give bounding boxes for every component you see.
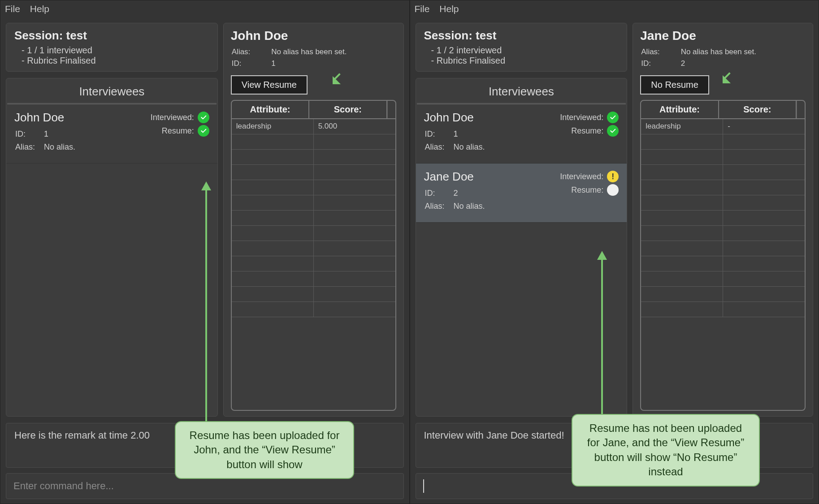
interviewees-panel: Interviewees John DoeID:1Alias:No alias.… [416,78,628,417]
annotation-callout: Resume has not been uploaded for Jane, a… [572,414,760,487]
table-row [232,150,395,165]
attr-header: Attribute: [641,101,719,118]
session-card: Session: test - 1 / 2 interviewed - Rubr… [416,23,628,72]
table-row: leadership- [641,119,805,134]
detail-meta: Alias:No alias has been set. ID:2 [640,46,806,70]
table-row [641,195,805,211]
session-card: Session: test - 1 / 1 interviewed - Rubr… [6,23,218,72]
interviewees-panel: Interviewees John DoeID:1Alias:No alias.… [6,78,218,417]
session-line: - Rubrics Finalised [424,56,619,66]
check-icon [198,125,209,137]
detail-panel: John Doe Alias:No alias has been set. ID… [223,23,404,417]
annotation-arrow-head-icon [597,251,607,260]
no-resume-button[interactable]: No Resume [640,75,709,95]
annotation-arrow-line [205,190,207,427]
interviewees-header: Interviewees [7,83,217,104]
table-row [232,165,395,180]
svg-rect-3 [724,72,731,79]
table-row [641,241,805,256]
score-cell: 5.000 [314,119,395,134]
score-header: Score: [719,101,797,118]
interviewee-meta: ID:2Alias:No alias. [424,186,494,213]
table-row [232,195,395,211]
menubar: File Help [0,0,409,17]
attribute-table: Attribute: Score: leadership- [640,100,806,411]
status-label: Interviewed: [560,172,603,181]
table-row [232,211,395,226]
table-row [232,302,395,317]
table-row [232,271,395,287]
table-row: leadership5.000 [232,119,395,134]
score-header: Score: [309,101,387,118]
attribute-table: Attribute: Score: leadership5.000 [231,100,396,411]
warning-icon: ! [607,171,619,182]
table-row [641,211,805,226]
session-line: - 1 / 1 interviewed [14,45,209,56]
detail-meta: Alias:No alias has been set. ID:1 [231,46,396,70]
session-line: - Rubrics Finalised [14,56,209,66]
menubar: File Help [410,0,819,17]
table-row [641,165,805,180]
interviewee-item[interactable]: John DoeID:1Alias:No alias.Interviewed:R… [416,104,627,164]
table-row [641,302,805,317]
table-row [641,134,805,150]
interviewee-item[interactable]: Jane DoeID:2Alias:No alias.Interviewed:!… [416,164,627,223]
check-icon [607,112,619,123]
menu-file[interactable]: File [415,4,430,14]
interviewee-name: John Doe [424,111,494,125]
table-row [641,271,805,287]
annotation-arrow-icon [722,72,734,84]
status-label: Resume: [162,126,194,136]
table-row [641,256,805,271]
annotation-arrow-line [601,259,603,421]
svg-rect-1 [334,73,341,80]
status-label: Resume: [571,185,603,195]
session-title: Session: test [424,29,619,43]
session-title: Session: test [14,29,209,43]
interviewee-name: Jane Doe [424,170,494,184]
check-icon [198,112,209,123]
status-label: Resume: [571,126,603,136]
annotation-callout: Resume has been uploaded for John, and t… [175,421,354,479]
empty-status-icon [607,184,619,196]
table-row [641,287,805,302]
attr-cell: leadership [232,119,314,134]
interviewee-meta: ID:1Alias:No alias. [14,127,84,154]
table-row [232,180,395,195]
check-icon [607,125,619,137]
interviewee-meta: ID:1Alias:No alias. [424,127,494,154]
attr-cell: leadership [641,119,723,134]
detail-name: Jane Doe [640,29,806,43]
table-row [232,287,395,302]
status-label: Interviewed: [151,113,194,122]
score-cell: - [723,119,805,134]
menu-help[interactable]: Help [30,4,49,14]
detail-name: John Doe [231,29,396,43]
table-row [641,180,805,195]
view-resume-button[interactable]: View Resume [231,75,308,95]
attr-header: Attribute: [232,101,309,118]
menu-file[interactable]: File [5,4,20,14]
text-cursor [423,479,424,493]
status-label: Interviewed: [560,113,603,122]
interviewee-item[interactable]: John DoeID:1Alias:No alias.Interviewed:R… [6,104,217,164]
table-row [232,134,395,150]
session-line: - 1 / 2 interviewed [424,45,619,56]
command-input[interactable] [13,480,396,492]
table-row [641,150,805,165]
table-row [232,256,395,271]
interviewees-header: Interviewees [417,83,626,104]
menu-help[interactable]: Help [439,4,459,14]
table-row [232,226,395,241]
interviewee-name: John Doe [14,111,84,125]
table-row [641,226,805,241]
table-row [232,241,395,256]
annotation-arrow-icon [332,73,344,85]
annotation-arrow-head-icon [201,181,211,190]
